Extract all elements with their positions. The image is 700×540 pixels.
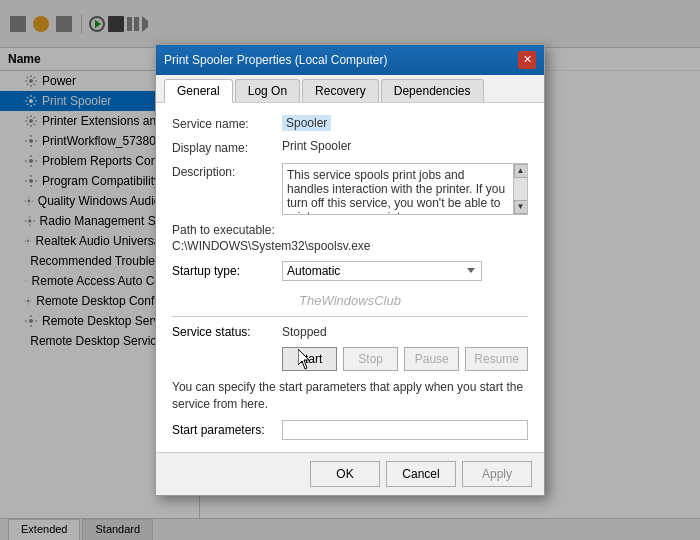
pause-button[interactable]: Pause	[404, 347, 459, 371]
scroll-up-button[interactable]: ▲	[514, 164, 528, 178]
modal-overlay: Print Spooler Properties (Local Computer…	[0, 0, 700, 540]
path-section: Path to executable: C:\WINDOWS\System32\…	[172, 223, 528, 253]
service-status-value: Stopped	[282, 325, 327, 339]
modal-close-button[interactable]: ✕	[518, 51, 536, 69]
resume-button[interactable]: Resume	[465, 347, 528, 371]
tab-dependencies[interactable]: Dependencies	[381, 79, 484, 102]
service-name-box: Spooler	[282, 115, 331, 131]
tab-recovery[interactable]: Recovery	[302, 79, 379, 102]
scroll-down-button[interactable]: ▼	[514, 200, 528, 214]
service-name-label: Service name:	[172, 115, 282, 131]
modal-title: Print Spooler Properties (Local Computer…	[164, 53, 387, 67]
tab-general[interactable]: General	[164, 79, 233, 103]
display-name-row: Display name: Print Spooler	[172, 139, 528, 155]
modal-body: Service name: Spooler Display name: Prin…	[156, 103, 544, 453]
service-status-label: Service status:	[172, 325, 282, 339]
cancel-button[interactable]: Cancel	[386, 461, 456, 487]
service-status-row: Service status: Stopped	[172, 325, 528, 339]
stop-button[interactable]: Stop	[343, 347, 398, 371]
modal-titlebar: Print Spooler Properties (Local Computer…	[156, 45, 544, 75]
startup-row: Startup type: Automatic Automatic (Delay…	[172, 261, 528, 281]
path-label: Path to executable:	[172, 223, 528, 237]
apply-button[interactable]: Apply	[462, 461, 532, 487]
tab-logon[interactable]: Log On	[235, 79, 300, 102]
modal-dialog: Print Spooler Properties (Local Computer…	[155, 44, 545, 497]
description-box: This service spools print jobs and handl…	[282, 163, 528, 215]
ok-button[interactable]: OK	[310, 461, 380, 487]
start-params-label: Start parameters:	[172, 423, 282, 437]
startup-label: Startup type:	[172, 264, 282, 278]
start-params-row: Start parameters:	[172, 420, 528, 440]
start-button[interactable]: Start	[282, 347, 337, 371]
service-name-row: Service name: Spooler	[172, 115, 528, 131]
description-label: Description:	[172, 163, 282, 179]
description-row: Description: This service spools print j…	[172, 163, 528, 215]
hint-text: You can specify the start parameters tha…	[172, 379, 528, 413]
display-name-value: Print Spooler	[282, 139, 528, 153]
modal-tabs: General Log On Recovery Dependencies	[156, 75, 544, 103]
start-params-input[interactable]	[282, 420, 528, 440]
service-control-buttons: Start Stop Pause Resume	[282, 347, 528, 371]
startup-select[interactable]: Automatic Automatic (Delayed Start) Manu…	[282, 261, 482, 281]
description-text: This service spools print jobs and handl…	[287, 168, 523, 215]
display-name-label: Display name:	[172, 139, 282, 155]
description-scrollbar[interactable]: ▲ ▼	[513, 164, 527, 214]
path-value: C:\WINDOWS\System32\spoolsv.exe	[172, 239, 528, 253]
modal-footer: OK Cancel Apply	[156, 452, 544, 495]
service-name-value: Spooler	[282, 115, 528, 131]
watermark: TheWindowsClub	[172, 293, 528, 308]
divider	[172, 316, 528, 317]
